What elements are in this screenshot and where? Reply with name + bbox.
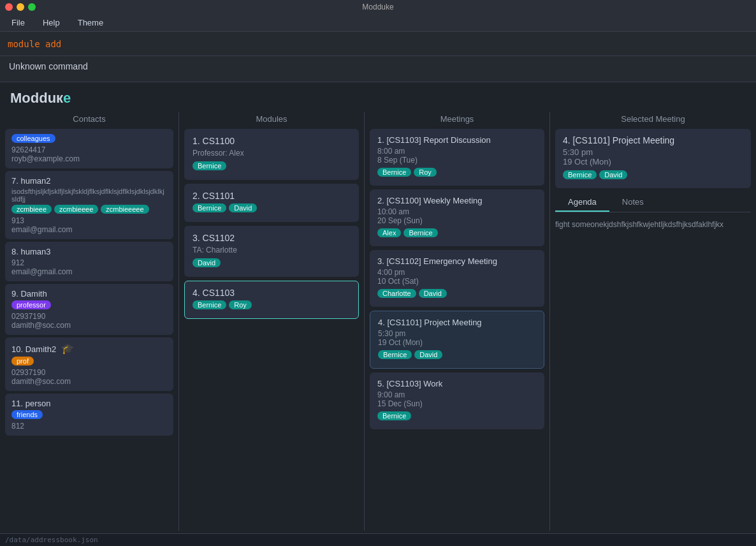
contact-tag: zcmbieeee	[54, 205, 98, 214]
contact-phone: 912	[11, 258, 167, 267]
contact-tags: friends	[11, 410, 167, 419]
module-tags: Bernice	[193, 161, 351, 170]
meeting-title: 4. [CS1101] Project Meeting	[378, 318, 536, 327]
contact-email: damith@soc.com	[11, 321, 167, 330]
module-card-cs1102[interactable]: 3. CS1102 TA: Charlotte David	[184, 226, 359, 277]
module-title: 4. CS1103	[193, 288, 351, 298]
contact-email: email@gmail.com	[11, 267, 167, 276]
meeting-card-5[interactable]: 5. [CS1103] Work 9:00 am 15 Dec (Sun) Be…	[370, 373, 544, 429]
selected-meeting-header: Selected Meeting	[555, 112, 751, 129]
contact-card-human2[interactable]: 7. human2 isodsfthjsljkfjsklfjlskjfskldj…	[5, 171, 173, 239]
selected-meeting-time: 5:30 pm	[563, 147, 743, 157]
selected-meeting-scroll[interactable]: 4. [CS1101] Project Meeting 5:30 pm 19 O…	[555, 129, 751, 531]
contact-tag: zcmbieeeee	[101, 205, 149, 214]
meeting-card-4[interactable]: 4. [CS1101] Project Meeting 5:30 pm 19 O…	[370, 311, 544, 369]
contact-tags: professor	[11, 300, 167, 309]
contact-card-person[interactable]: 11. person friends 812	[5, 394, 173, 436]
module-card-cs1103[interactable]: 4. CS1103 Bernice Roy	[184, 281, 359, 319]
meeting-card-2[interactable]: 2. [CS1100] Weekly Meeting 10:00 am 20 S…	[370, 189, 544, 246]
contact-phone: 02937190	[11, 368, 167, 377]
module-tag: David	[229, 203, 257, 212]
meeting-tags: Bernice David	[378, 350, 536, 359]
tab-notes[interactable]: Notes	[609, 193, 657, 212]
menubar: File Help Theme	[0, 14, 756, 32]
contact-name: 8. human3	[11, 247, 167, 256]
contacts-header: Contacts	[5, 112, 173, 129]
contacts-column: Contacts colleagues 92624417 royb@exampl…	[0, 112, 178, 531]
contact-card-damith[interactable]: 9. Damith professor 02937190 damith@soc.…	[5, 284, 173, 335]
meeting-tag: David	[419, 289, 447, 298]
meeting-date: 19 Oct (Mon)	[378, 338, 536, 347]
emoji-graduation: 🎓	[61, 343, 74, 354]
footer: /data/addressbook.json	[0, 533, 756, 546]
menu-theme[interactable]: Theme	[74, 17, 107, 29]
contact-card-royb[interactable]: colleagues 92624417 royb@example.com	[5, 129, 173, 168]
contact-name: 10. Damith2 🎓	[11, 343, 167, 355]
contact-tag: friends	[11, 410, 43, 419]
module-card-cs1101[interactable]: 2. CS1101 Bernice David	[184, 184, 359, 222]
meeting-title: 1. [CS1103] Report Discussion	[377, 135, 537, 145]
command-input[interactable]	[8, 39, 199, 49]
meeting-tags: Bernice Roy	[377, 168, 537, 177]
module-sub: Professor: Alex	[193, 149, 351, 158]
meetings-header: Meetings	[370, 112, 544, 129]
menu-file[interactable]: File	[8, 17, 29, 29]
window-title: Modduke	[362, 3, 393, 11]
contact-phone: 913	[11, 216, 167, 225]
module-card-cs1100[interactable]: 1. CS1100 Professor: Alex Bernice	[184, 129, 359, 180]
minimize-button[interactable]	[17, 3, 24, 11]
contact-tag: colleagues	[11, 134, 55, 143]
meeting-time: 5:30 pm	[378, 329, 536, 338]
meeting-title: 5. [CS1103] Work	[377, 379, 537, 388]
module-title: 3. CS1102	[193, 233, 351, 243]
meeting-tags: Bernice	[377, 411, 537, 420]
meeting-tags: Charlotte David	[377, 289, 537, 298]
contact-tags: colleagues	[11, 134, 167, 143]
meeting-card-3[interactable]: 3. [CS1102] Emergency Meeting 4:00 pm 10…	[370, 250, 544, 307]
contact-tags-long: isodsfthjsljkfjsklfjlskjfskldjflksjdflkl…	[11, 188, 167, 203]
selected-meeting-date: 19 Oct (Mon)	[563, 157, 743, 166]
meeting-tags: Alex Bernice	[377, 228, 537, 237]
modules-scroll[interactable]: 1. CS1100 Professor: Alex Bernice 2. CS1…	[184, 129, 359, 531]
module-tag: Bernice	[193, 203, 226, 212]
contacts-scroll[interactable]: colleagues 92624417 royb@example.com 7. …	[5, 129, 173, 531]
meeting-tag: Charlotte	[377, 289, 416, 298]
titlebar-buttons	[5, 3, 36, 11]
contact-name: 9. Damith	[11, 289, 167, 299]
meeting-date: 20 Sep (Sun)	[377, 216, 537, 225]
contact-name: 7. human2	[11, 176, 167, 186]
contact-card-damith2[interactable]: 10. Damith2 🎓 prof 02937190 damith@soc.c…	[5, 337, 173, 391]
meetings-scroll[interactable]: 1. [CS1103] Report Discussion 8:00 am 8 …	[370, 129, 544, 531]
selected-meeting-title: 4. [CS1101] Project Meeting	[563, 135, 743, 145]
meetings-column: Meetings 1. [CS1103] Report Discussion 8…	[365, 112, 549, 531]
app-title: Modduкe	[10, 90, 71, 106]
maximize-button[interactable]	[28, 3, 36, 11]
module-tags: Bernice David	[193, 203, 351, 212]
contact-email: royb@example.com	[11, 154, 167, 163]
selected-meeting-tag-bernice: Bernice	[563, 170, 597, 179]
menu-help[interactable]: Help	[39, 17, 64, 29]
meeting-title: 3. [CS1102] Emergency Meeting	[377, 256, 537, 266]
meeting-date: 15 Dec (Sun)	[377, 399, 537, 408]
meeting-tag: Bernice	[378, 350, 412, 359]
command-bar	[0, 32, 756, 56]
module-title: 2. CS1101	[193, 191, 351, 201]
meeting-card-1[interactable]: 1. [CS1103] Report Discussion 8:00 am 8 …	[370, 129, 544, 186]
tab-agenda[interactable]: Agenda	[555, 193, 609, 212]
meeting-tag: Alex	[377, 228, 401, 237]
meeting-tag: Bernice	[377, 168, 411, 177]
meeting-date: 10 Oct (Sat)	[377, 277, 537, 286]
contact-card-human3[interactable]: 8. human3 912 email@gmail.com	[5, 242, 173, 281]
meeting-title: 2. [CS1100] Weekly Meeting	[377, 196, 537, 205]
selected-meeting-tag-david: David	[599, 170, 627, 179]
contact-tag: prof	[11, 357, 34, 365]
error-text: Unknown command	[9, 61, 88, 71]
app-title-accent: e	[63, 90, 71, 106]
meeting-tag: Bernice	[403, 228, 437, 237]
contact-email: email@gmail.com	[11, 225, 167, 234]
meeting-time: 4:00 pm	[377, 268, 537, 277]
close-button[interactable]	[5, 3, 13, 11]
notes-content: fight someonekjdshfkjshfkwjehtljkdsfhjks…	[555, 218, 751, 232]
module-tag: Roy	[229, 300, 252, 309]
contact-name: 11. person	[11, 399, 167, 408]
